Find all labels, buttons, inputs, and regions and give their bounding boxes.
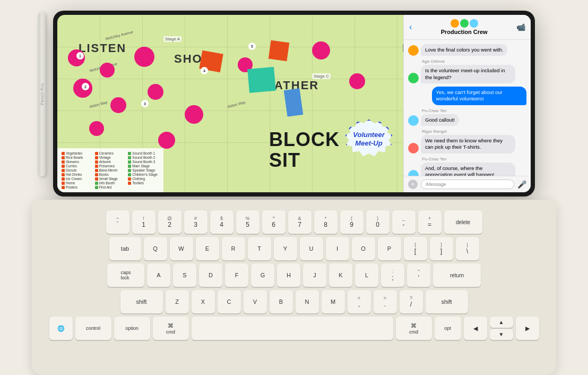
message-row: Rigor Rangel We need them to know where … [408,129,526,154]
key-capslock[interactable]: capslock [107,263,144,287]
key-opt-right[interactable]: opt [435,317,461,340]
keyboard-row-numbers: ~` !1 @2 #3 $4 %5 ^6 &7 *8 (9 )0 _- += d… [42,210,546,234]
key-arrow-left[interactable]: ◀ [464,317,487,340]
keyboard-row-asdf: capslock A S D F G H J K L :; "' return [42,263,546,287]
key-bracket-right[interactable]: }] [430,237,453,260]
key-return[interactable]: return [433,263,481,287]
msg-bubble-received: And, of course, where the appreciation e… [421,163,515,176]
msg-avatar [408,115,419,126]
key-control[interactable]: control [75,317,111,340]
avatar-1 [451,19,459,28]
key-1[interactable]: !1 [132,210,155,234]
pencil-label: Pencil Pro [40,83,44,105]
badge-5: 5 [248,42,256,50]
key-bracket-left[interactable]: {[ [404,237,427,260]
key-globe[interactable]: 🌐 [49,317,73,340]
key-space[interactable] [192,317,393,340]
map-circle-5 [134,47,154,67]
key-i[interactable]: I [326,237,349,260]
key-2[interactable]: @2 [158,210,181,234]
key-m[interactable]: M [322,290,345,313]
key-w[interactable]: W [170,237,193,260]
key-q[interactable]: Q [144,237,167,260]
key-tab[interactable]: tab [109,237,141,260]
key-shift-left[interactable]: shift [120,290,163,313]
map-rect-teal [247,67,276,93]
facetime-icon[interactable]: 📹 [516,23,525,31]
key-arrow-right[interactable]: ▶ [516,317,539,340]
msg-avatar [408,73,419,83]
key-v[interactable]: V [244,290,267,313]
key-t[interactable]: T [248,237,271,260]
msg-sender: Pu-Chao Ten [421,108,459,113]
msg-sender: Aga Odrova [421,59,515,64]
key-option-left[interactable]: option [114,317,150,340]
key-k[interactable]: K [329,263,352,287]
ipad-screen: McKinley Avenue McKinley Avenue Alston W… [57,15,531,192]
key-cmd-right[interactable]: ⌘cmd [396,317,432,340]
key-l[interactable]: L [355,263,378,287]
key-s[interactable]: S [173,263,196,287]
keyboard-row-bottom: 🌐 control option ⌘cmd ⌘cmd opt ◀ ▲ ▼ ▶ [42,317,546,340]
msg-bubble-wrap: Pu-Chao Ten Good callout! [421,108,459,126]
group-name: Production Crew [415,29,513,35]
key-n[interactable]: N [296,290,319,313]
key-j[interactable]: J [303,263,326,287]
msg-bubble-wrap: Pu-Chao Ten And, of course, where the ap… [421,157,515,176]
map-circle-7 [185,105,203,124]
badge-2: 2 [82,83,89,90]
apple-pencil: Pencil Pro [38,12,46,176]
key-period[interactable]: >. [374,290,397,313]
back-arrow-button[interactable]: ‹ [409,22,412,32]
key-r[interactable]: R [222,237,245,260]
key-delete[interactable]: delete [444,210,482,234]
key-o[interactable]: O [352,237,375,260]
key-z[interactable]: Z [166,290,189,313]
add-attachment-button[interactable]: + [408,180,418,189]
msg-bubble-received: We need them to know where they can pick… [421,135,515,154]
key-tilde-grave[interactable]: ~` [106,210,129,234]
key-d[interactable]: D [199,263,222,287]
msg-bubble-received: Is the volunteer meet-up included in the… [421,65,515,83]
msg-bubble-sent: Yes, we can't forget about our wonderful… [432,87,526,105]
key-g[interactable]: G [251,263,274,287]
key-equal[interactable]: += [418,210,442,234]
msg-avatar [408,143,419,154]
key-f[interactable]: F [225,263,248,287]
key-b[interactable]: B [270,290,293,313]
key-slash[interactable]: ?/ [400,290,423,313]
imessage-input[interactable]: iMessage [421,180,514,189]
key-arrow-down[interactable]: ▼ [490,329,513,340]
key-y[interactable]: Y [274,237,297,260]
key-u[interactable]: U [300,237,323,260]
key-c[interactable]: C [218,290,241,313]
key-backslash[interactable]: |\ [456,237,479,260]
key-5[interactable]: %5 [236,210,260,234]
message-row: Pu-Chao Ten And, of course, where the ap… [408,157,526,176]
key-0[interactable]: )0 [366,210,390,234]
key-h[interactable]: H [277,263,300,287]
key-7[interactable]: &7 [288,210,312,234]
key-minus[interactable]: _- [392,210,416,234]
key-6[interactable]: ^6 [262,210,286,234]
key-9[interactable]: (9 [340,210,364,234]
key-cmd-left[interactable]: ⌘cmd [153,317,189,340]
map-circle-4 [110,97,126,113]
stage-a-label: Stage A [163,36,181,42]
key-quote[interactable]: "' [407,263,430,287]
key-x[interactable]: X [192,290,215,313]
key-semicolon[interactable]: :; [381,263,404,287]
mic-button[interactable]: 🎤 [517,180,526,189]
messages-input-bar: + iMessage 🎤 [404,176,531,192]
key-3[interactable]: #3 [184,210,207,234]
key-arrow-up[interactable]: ▲ [490,317,513,328]
block-site-text: BLOCKSIT [269,129,340,171]
key-4[interactable]: $4 [210,210,234,234]
key-comma[interactable]: <, [348,290,371,313]
key-8[interactable]: *8 [314,210,338,234]
key-a[interactable]: A [147,263,170,287]
key-e[interactable]: E [196,237,219,260]
message-row: Aga Odrova Is the volunteer meet-up incl… [408,59,526,83]
key-shift-right[interactable]: shift [426,290,468,313]
key-p[interactable]: P [378,237,401,260]
